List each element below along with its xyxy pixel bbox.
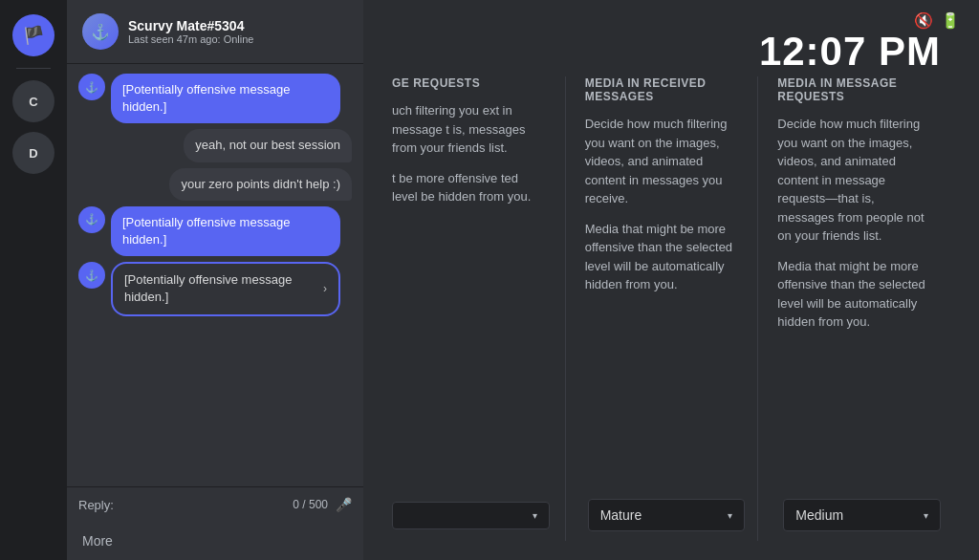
reply-counter: 0 / 500: [293, 498, 328, 511]
msg5-text: [Potentially offensive message hidden.]: [124, 271, 315, 306]
avatar: ⚓: [82, 13, 119, 50]
col3-dropdown-item[interactable]: Medium ▾: [764, 499, 960, 531]
server-icon-c[interactable]: C: [12, 80, 54, 122]
reply-area: Reply: 0 / 500 🎤: [67, 486, 363, 522]
reply-label: Reply:: [78, 498, 114, 512]
list-item: ⚓ [Potentially offensive message hidden.…: [78, 74, 352, 123]
col3-chevron-icon: ▾: [924, 510, 928, 521]
battery-icon: 🔋: [941, 11, 960, 30]
col2-dropdown[interactable]: Mature ▾: [588, 499, 746, 531]
col2-desc1: Decide how much filtering you want on th…: [585, 115, 739, 208]
col3-dropdown[interactable]: Medium ▾: [783, 499, 941, 531]
msg1-bubble: [Potentially offensive message hidden.]: [111, 74, 340, 123]
settings-col-requests-partial: ge requests uch filtering you ext in mes…: [373, 76, 566, 541]
col3-title: Media in message requests: [777, 76, 931, 103]
more-button[interactable]: More: [67, 522, 363, 560]
chat-header-info: Scurvy Mate#5304 Last seen 47m ago: Onli…: [128, 18, 348, 45]
main-server-icon[interactable]: 🏴: [12, 14, 54, 56]
col1-desc2: t be more offensive ted level be hidden …: [392, 169, 546, 206]
chat-username: Scurvy Mate#5304: [128, 18, 348, 33]
list-item: yeah, not our best session: [78, 129, 352, 162]
col3-desc1: Decide how much filtering you want on th…: [777, 115, 931, 246]
settings-col-requests: Media in message requests Decide how muc…: [758, 76, 950, 541]
mic-icon[interactable]: 🎤: [336, 497, 352, 512]
server-icon-d[interactable]: D: [12, 132, 54, 174]
col1-desc1: uch filtering you ext in message t is, m…: [392, 101, 546, 158]
col1-dropdown[interactable]: ▾: [392, 502, 550, 529]
avatar-image: ⚓: [82, 13, 119, 50]
chat-status: Last seen 47m ago: Online: [128, 33, 348, 45]
server-c-letter: C: [29, 95, 37, 109]
list-item: ⚓ [Potentially offensive message hidden.…: [78, 206, 352, 256]
col1-chevron-icon: ▾: [533, 510, 537, 521]
col3-dropdown-label: Medium: [795, 507, 843, 523]
msg3-text: your zero points didn't help :): [181, 177, 340, 191]
main-server-emoji: 🏴: [23, 25, 44, 46]
msg5-chevron-icon: ›: [323, 281, 327, 297]
list-item[interactable]: ⚓ [Potentially offensive message hidden.…: [78, 262, 352, 315]
msg2-text: yeah, not our best session: [195, 138, 340, 152]
msg1-avatar: ⚓: [78, 74, 105, 100]
more-label: More: [82, 533, 113, 549]
sidebar: 🏴 C D: [0, 0, 67, 560]
msg5-bubble[interactable]: [Potentially offensive message hidden.] …: [111, 262, 340, 315]
status-bar: 🔇 🔋: [895, 0, 979, 41]
list-item: your zero points didn't help :): [78, 168, 352, 201]
reply-input[interactable]: [121, 498, 285, 512]
col3-desc2: Media that might be more offensive than …: [777, 257, 931, 332]
col2-title: Media in received messages: [585, 76, 739, 103]
col2-desc2: Media that might be more offensive than …: [585, 220, 739, 294]
settings-col-received: Media in received messages Decide how mu…: [566, 76, 759, 541]
col1-dropdown-item: ▾: [373, 499, 569, 531]
col1-title: ge requests: [392, 76, 546, 90]
msg4-avatar: ⚓: [78, 206, 105, 233]
col2-dropdown-item[interactable]: Mature ▾: [569, 499, 765, 531]
msg5-avatar: ⚓: [78, 262, 105, 289]
msg4-text: [Potentially offensive message hidden.]: [122, 214, 329, 248]
msg3-bubble: your zero points didn't help :): [169, 168, 352, 201]
msg4-bubble: [Potentially offensive message hidden.]: [111, 206, 340, 256]
col2-dropdown-label: Mature: [600, 507, 642, 523]
chat-panel: ⚓ Scurvy Mate#5304 Last seen 47m ago: On…: [67, 0, 363, 560]
msg2-bubble: yeah, not our best session: [184, 129, 352, 162]
col2-chevron-icon: ▾: [728, 510, 732, 521]
chat-header: ⚓ Scurvy Mate#5304 Last seen 47m ago: On…: [67, 0, 363, 64]
msg1-text: [Potentially offensive message hidden.]: [122, 81, 329, 116]
settings-columns: ge requests uch filtering you ext in mes…: [354, 0, 979, 560]
dropdowns-row: ▾ Mature ▾ Medium ▾: [354, 499, 979, 531]
messages-area: ⚓ [Potentially offensive message hidden.…: [67, 64, 363, 486]
mute-icon: 🔇: [914, 11, 933, 30]
server-d-letter: D: [29, 146, 37, 161]
